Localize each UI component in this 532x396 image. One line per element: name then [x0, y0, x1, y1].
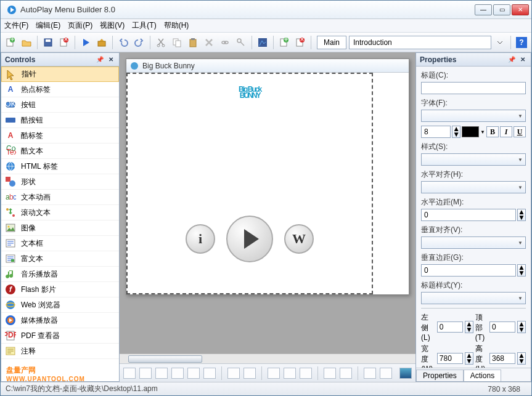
control-item-flash[interactable]: fFlash 影片: [1, 282, 119, 297]
left-input[interactable]: [437, 321, 463, 333]
panel-close-icon[interactable]: ✕: [107, 55, 115, 64]
menu-file[interactable]: 文件(F): [4, 20, 28, 31]
fontsize-input[interactable]: [421, 126, 451, 138]
font-combo[interactable]: [421, 110, 526, 122]
control-item-cooltext[interactable]: CoolText酷文本: [1, 143, 119, 159]
hmargin-input[interactable]: [421, 209, 516, 221]
minimize-button[interactable]: —: [475, 4, 492, 15]
top-input[interactable]: [489, 321, 515, 333]
width-input[interactable]: [437, 353, 463, 364]
paste-button[interactable]: [186, 35, 200, 50]
new-button[interactable]: +: [3, 35, 18, 50]
control-item-comment[interactable]: 注释: [1, 344, 119, 359]
underline-button[interactable]: U: [514, 126, 526, 137]
tab-properties[interactable]: Properties: [416, 370, 464, 381]
tab-dropdown-button[interactable]: [493, 35, 507, 50]
control-item-htmllabel[interactable]: HTML 标签: [1, 159, 119, 174]
tab-intro-field[interactable]: Introduction: [349, 36, 491, 49]
menu-tools[interactable]: 工具(T): [132, 20, 156, 31]
font-color-swatch[interactable]: [462, 126, 479, 137]
menu-page[interactable]: 页面(P): [68, 20, 92, 31]
captionstyle-combo[interactable]: [421, 292, 526, 304]
height-input[interactable]: [489, 353, 515, 364]
same-height-button[interactable]: [284, 368, 296, 379]
control-item-image[interactable]: 图像: [1, 220, 119, 236]
tab-actions[interactable]: Actions: [464, 370, 501, 381]
control-item-coollabel[interactable]: A酷标签: [1, 128, 119, 143]
w-round-button[interactable]: W: [284, 224, 314, 254]
align-center-h-button[interactable]: [139, 368, 152, 379]
align-center-v-button[interactable]: [187, 368, 200, 379]
horizontal-scrollbar[interactable]: [120, 354, 415, 363]
control-item-richtext[interactable]: 富文本: [1, 251, 119, 267]
center-page-v-button[interactable]: [340, 368, 352, 379]
vmargin-input[interactable]: [421, 264, 516, 277]
pin-icon[interactable]: 📌: [507, 55, 516, 64]
hmargin-spinner[interactable]: ▲▼: [517, 209, 526, 221]
link-button[interactable]: [218, 35, 232, 50]
align-bottom-button[interactable]: [203, 368, 216, 379]
tab-main[interactable]: Main: [317, 36, 346, 49]
control-item-pdfviewer[interactable]: PDFPDF 查看器: [1, 328, 119, 344]
pin-icon[interactable]: 📌: [96, 55, 104, 64]
control-item-mediaplayer[interactable]: 媒体播放器: [1, 313, 119, 328]
save-button[interactable]: [41, 35, 55, 50]
halign-combo[interactable]: [421, 181, 526, 193]
height-spinner[interactable]: ▲▼: [517, 352, 526, 365]
play-round-button[interactable]: [226, 216, 273, 262]
fontsize-spinner[interactable]: ▲▼: [452, 126, 460, 138]
menu-help[interactable]: 帮助(H): [164, 20, 189, 31]
control-item-textbox[interactable]: 文本框: [1, 236, 119, 251]
properties-body[interactable]: 标题(C): 字体(F): ▲▼ ▼ B I U 样式(S): 水平对齐(H):…: [416, 67, 531, 368]
vmargin-spinner[interactable]: ▲▼: [517, 264, 526, 277]
control-item-button[interactable]: OK按钮: [1, 97, 119, 113]
width-spinner[interactable]: ▲▼: [465, 352, 473, 365]
left-spinner[interactable]: ▲▼: [465, 321, 473, 333]
center-page-h-button[interactable]: [324, 368, 336, 379]
dist-h-button[interactable]: [227, 368, 240, 379]
cut-button[interactable]: [153, 35, 168, 50]
same-size-button[interactable]: [300, 368, 312, 379]
caption-input[interactable]: [421, 82, 526, 94]
send-back-button[interactable]: [380, 368, 392, 379]
align-top-button[interactable]: [171, 368, 184, 379]
control-item-pointer[interactable]: 指针: [1, 67, 119, 82]
maximize-button[interactable]: ▭: [493, 4, 510, 15]
copy-button[interactable]: [170, 35, 184, 50]
play-button[interactable]: [78, 35, 93, 50]
add-page-button[interactable]: +: [277, 35, 292, 50]
top-spinner[interactable]: ▲▼: [517, 321, 526, 333]
info-round-button[interactable]: i: [186, 224, 215, 254]
panel-close-icon[interactable]: ✕: [518, 55, 527, 64]
control-item-hotlabel[interactable]: A热点标签: [1, 82, 119, 97]
italic-button[interactable]: I: [500, 126, 512, 137]
delete-button[interactable]: [202, 35, 216, 50]
control-item-coolbutton[interactable]: 酷按钮: [1, 113, 119, 128]
save-close-button[interactable]: ×: [57, 35, 72, 50]
style-combo[interactable]: [421, 153, 526, 166]
align-left-button[interactable]: [123, 368, 136, 379]
stage-body[interactable]: Big Buck BUNNY i W: [126, 73, 373, 294]
remove-page-button[interactable]: ×: [293, 35, 308, 50]
key-button[interactable]: [234, 35, 248, 50]
control-item-shape[interactable]: 形状: [1, 174, 119, 190]
menu-view[interactable]: 视图(V): [100, 20, 125, 31]
dist-v-button[interactable]: [243, 368, 256, 379]
scroll-thumb[interactable]: [128, 355, 202, 363]
preview-monitor-button[interactable]: [399, 368, 412, 379]
valign-combo[interactable]: [421, 236, 526, 249]
control-item-webbrowser[interactable]: Web 浏览器: [1, 297, 119, 313]
open-button[interactable]: [19, 35, 34, 50]
align-right-button[interactable]: [155, 368, 168, 379]
same-width-button[interactable]: [268, 368, 280, 379]
menu-edit[interactable]: 编辑(E): [36, 20, 60, 31]
stage-window[interactable]: Big Buck Bunny Big Buck BUNNY i W: [126, 59, 409, 295]
redo-button[interactable]: [132, 35, 147, 50]
controls-list[interactable]: 指针A热点标签OK按钮酷按钮A酷标签CoolText酷文本HTML 标签形状ab…: [1, 67, 119, 381]
control-item-musicplayer[interactable]: 音乐播放器: [1, 267, 119, 282]
control-item-scrolltext[interactable]: 滚动文本: [1, 205, 119, 220]
help-button[interactable]: ?: [514, 35, 529, 50]
control-item-textanim[interactable]: abc文本动画: [1, 190, 119, 205]
canvas-scroll[interactable]: Big Buck Bunny Big Buck BUNNY i W: [120, 52, 415, 354]
bring-front-button[interactable]: [364, 368, 376, 379]
